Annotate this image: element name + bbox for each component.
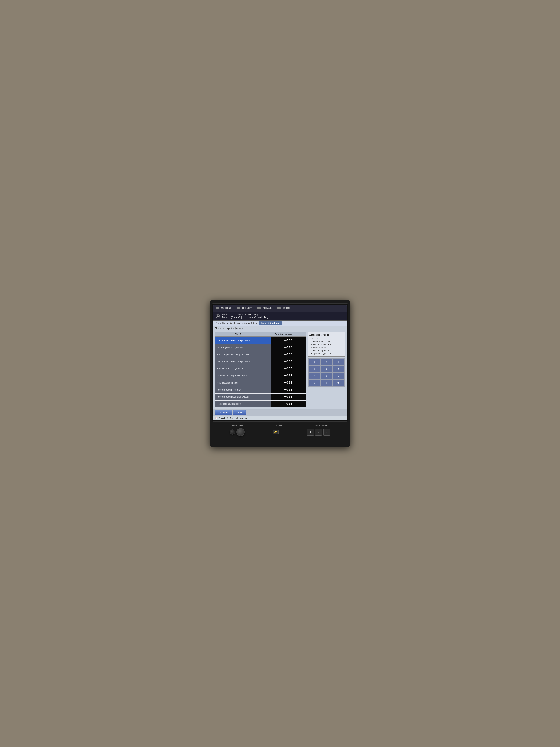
- info-bar: i Touch [OK] to fix setting Touch [Cance…: [213, 312, 347, 320]
- status-message: Controller unconnected: [230, 417, 253, 419]
- numpad-1[interactable]: 1: [309, 359, 320, 365]
- tab-recall[interactable]: RECALL: [255, 305, 274, 312]
- table-row[interactable]: Temp. Gap of Fus. Edge and Mid. +000: [215, 351, 306, 358]
- numpad-3[interactable]: 3: [332, 359, 344, 365]
- table-header: Tray5 Expert Adjustment: [215, 332, 306, 337]
- table-row[interactable]: Fusing Speed(Back Side Offset) +000: [215, 393, 306, 400]
- instruction-text: Please set expert adjustment: [215, 327, 345, 331]
- adjustment-title: Adjustment Range: [310, 334, 343, 337]
- numpad-0[interactable]: 0: [321, 380, 332, 386]
- table-row[interactable]: Upper Fusing Roller Temperature +000: [215, 337, 306, 344]
- setting-label-6[interactable]: ADU Reverse Timing: [215, 380, 271, 386]
- table-row[interactable]: Back on Top Output Timing Adj. +000: [215, 372, 306, 379]
- right-panel: Adjustment Range -20~+20 If envelope is …: [308, 332, 345, 407]
- table-row[interactable]: Fusing Speed(Front Side) +000: [215, 386, 306, 393]
- access-section: 🔑: [273, 430, 278, 434]
- setting-label-9[interactable]: Registration Loop(Front): [215, 401, 271, 407]
- settings-panel: Tray5 Expert Adjustment Upper Fusing Rol…: [215, 332, 306, 407]
- key-icon[interactable]: 🔑: [273, 430, 278, 434]
- tab-machine[interactable]: MACHINE: [213, 305, 234, 312]
- setting-value-0: +000: [271, 337, 306, 344]
- breadcrumb: Paper Setting ▶ ChangeIndividualSet. ▶ E…: [213, 320, 347, 326]
- setting-value-8: +000: [271, 393, 306, 400]
- setting-label-4[interactable]: Rear Edge Erase Quantity: [215, 365, 271, 372]
- adjustment-info: Adjustment Range -20~+20 If envelope is …: [308, 332, 345, 357]
- table-row[interactable]: Lead Edge Erase Quantity +040: [215, 344, 306, 351]
- numpad-8[interactable]: 8: [321, 373, 332, 379]
- info-message: Touch [OK] to fix setting Touch [Cancel]…: [222, 313, 268, 319]
- setting-label-5[interactable]: Back on Top Output Timing Adj.: [215, 372, 271, 379]
- numpad-4[interactable]: 4: [309, 366, 320, 372]
- col2-header: Expert Adjustment: [261, 332, 306, 336]
- setting-label-1[interactable]: Lead Edge Erase Quantity: [215, 344, 271, 351]
- control-row: 🔑 1 2 3: [216, 428, 344, 436]
- tab-job-list[interactable]: JOB LIST: [234, 305, 255, 312]
- numpad-5[interactable]: 5: [321, 366, 332, 372]
- breadcrumb-arrow-2: ▶: [256, 321, 258, 325]
- nav-bar: MACHINE JOB LIST RECALL STORE: [213, 305, 347, 312]
- setting-label-3[interactable]: Lower Fusing Roller Temperature: [215, 358, 271, 365]
- setting-label-0[interactable]: Upper Fusing Roller Temperature: [215, 337, 271, 344]
- previous-button[interactable]: Previous: [215, 410, 232, 415]
- table-row[interactable]: Rear Edge Erase Quantity +000: [215, 365, 306, 372]
- status-bar: ⏰ 14:49 🖨 Controller unconnected: [213, 416, 347, 420]
- numpad-plusminus[interactable]: +/-: [309, 380, 320, 386]
- main-knob[interactable]: [237, 428, 245, 436]
- memory-button-1[interactable]: 1: [307, 429, 314, 436]
- status-time: 14:49: [219, 417, 225, 419]
- settings-list: Upper Fusing Roller Temperature +000 Lea…: [215, 337, 306, 407]
- clock-icon: ⏰: [215, 417, 218, 419]
- setting-value-1: +040: [271, 344, 306, 351]
- numpad-2[interactable]: 2: [321, 359, 332, 365]
- setting-value-9: +000: [271, 401, 306, 407]
- setting-label-2[interactable]: Temp. Gap of Fus. Edge and Mid.: [215, 351, 271, 358]
- control-labels: Power Save Access Mode Memory: [216, 424, 344, 427]
- setting-value-6: +000: [271, 380, 306, 386]
- memory-button-2[interactable]: 2: [315, 429, 322, 436]
- setting-value-3: +000: [271, 358, 306, 365]
- numpad-7[interactable]: 7: [309, 373, 320, 379]
- status-icon-controller: 🖨: [226, 417, 229, 419]
- device-frame: MACHINE JOB LIST RECALL STORE i: [210, 300, 350, 447]
- setting-value-2: +000: [271, 351, 306, 358]
- screen-bezel: MACHINE JOB LIST RECALL STORE i: [212, 303, 348, 422]
- breadcrumb-arrow-1: ▶: [230, 321, 232, 325]
- numpad-6[interactable]: 6: [332, 366, 344, 372]
- content-area: Tray5 Expert Adjustment Upper Fusing Rol…: [213, 331, 347, 409]
- setting-value-5: +000: [271, 372, 306, 379]
- bottom-nav: Previous Next: [213, 409, 347, 416]
- numpad-9[interactable]: 9: [332, 373, 344, 379]
- table-row[interactable]: Registration Loop(Front) +000: [215, 401, 306, 407]
- device-controls: Power Save Access Mode Memory 🔑 1 2 3: [212, 422, 348, 436]
- tab-store[interactable]: STORE: [274, 305, 293, 312]
- col1-header: Tray5: [215, 332, 261, 336]
- numpad-down[interactable]: ▼: [332, 380, 344, 386]
- table-row[interactable]: ADU Reverse Timing +000: [215, 380, 306, 386]
- setting-label-7[interactable]: Fusing Speed(Front Side): [215, 386, 271, 393]
- setting-value-4: +000: [271, 365, 306, 372]
- setting-label-8[interactable]: Fusing Speed(Back Side Offset): [215, 393, 271, 400]
- brightness-knob[interactable]: [230, 430, 235, 435]
- table-row[interactable]: Lower Fusing Roller Temperature +000: [215, 358, 306, 365]
- memory-button-3[interactable]: 3: [323, 429, 330, 436]
- setting-value-7: +000: [271, 386, 306, 393]
- main-screen: MACHINE JOB LIST RECALL STORE i: [213, 305, 347, 420]
- numpad: 1 2 3 4 5 6 7 8 9 +/- 0 ▼: [308, 358, 345, 387]
- next-button[interactable]: Next: [233, 410, 246, 415]
- breadcrumb-active: Expert Adjustment: [259, 321, 282, 325]
- info-icon: i: [216, 314, 220, 318]
